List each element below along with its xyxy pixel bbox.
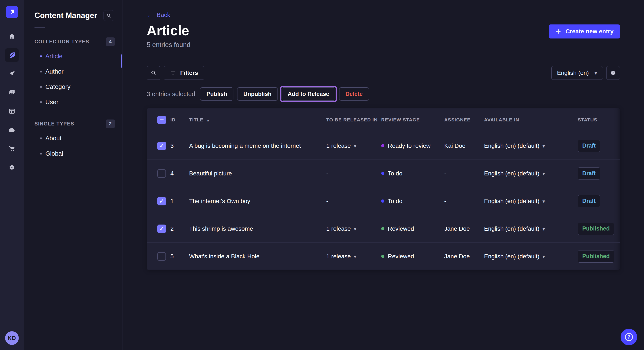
- strapi-logo[interactable]: [6, 6, 18, 18]
- sidebar-search-button[interactable]: [104, 10, 114, 21]
- table-row[interactable]: 5 What's inside a Black Hole 1 release R…: [147, 242, 620, 270]
- row-checkbox[interactable]: [158, 252, 166, 261]
- cell-available-in[interactable]: English (en) (default): [484, 143, 578, 149]
- bullet-icon: [40, 137, 42, 139]
- search-icon: [106, 13, 112, 18]
- arrow-left-icon: [147, 11, 154, 19]
- column-available-in[interactable]: AVAILABLE IN: [484, 117, 578, 123]
- cell-available-in[interactable]: English (en) (default): [484, 198, 578, 204]
- cell-title: This shrimp is awesome: [189, 225, 326, 232]
- content-manager-sidebar: Content Manager COLLECTION TYPES 4 Artic…: [24, 0, 122, 350]
- status-badge: Published: [578, 250, 614, 263]
- question-mark-icon: [625, 333, 633, 341]
- cell-title: The internet's Own boy: [189, 198, 326, 204]
- stage-dot: [381, 144, 384, 147]
- unpublish-button[interactable]: Unpublish: [237, 87, 278, 101]
- strapi-logo-icon: [8, 8, 16, 15]
- cell-release[interactable]: 1 release: [326, 225, 381, 232]
- sidebar-item-about[interactable]: About: [24, 131, 122, 146]
- table-row[interactable]: 3 A bug is becoming a meme on the intern…: [147, 132, 620, 160]
- cell-release[interactable]: -: [326, 198, 381, 204]
- cell-release[interactable]: 1 release: [326, 253, 381, 260]
- cart-icon: [8, 145, 15, 152]
- sidebar-item-user[interactable]: User: [24, 94, 122, 110]
- cell-available-in[interactable]: English (en) (default): [484, 253, 578, 260]
- cell-id: 3: [170, 143, 189, 149]
- rail-footer: KD: [0, 326, 24, 350]
- sidebar-item-author[interactable]: Author: [24, 64, 122, 79]
- chevron-down-icon: [542, 198, 545, 204]
- nav-home[interactable]: [5, 29, 19, 43]
- user-avatar[interactable]: KD: [5, 331, 19, 345]
- status-badge: Draft: [578, 195, 600, 207]
- sidebar-title: Content Manager: [34, 11, 97, 20]
- create-new-entry-button[interactable]: Create new entry: [549, 24, 620, 38]
- publish-button[interactable]: Publish: [200, 87, 234, 101]
- section-header[interactable]: COLLECTION TYPES 4: [24, 37, 122, 46]
- bullet-icon: [40, 101, 42, 103]
- cell-review-stage: Ready to review: [381, 143, 444, 149]
- sidebar-item-category[interactable]: Category: [24, 79, 122, 94]
- locale-select[interactable]: English (en): [551, 66, 603, 80]
- table-row[interactable]: 1 The internet's Own boy - To do - Engli…: [147, 187, 620, 215]
- column-review-stage[interactable]: REVIEW STAGE: [381, 117, 444, 123]
- cell-available-in[interactable]: English (en) (default): [484, 225, 578, 232]
- nav-content-manager[interactable]: [5, 48, 19, 62]
- column-title[interactable]: TITLE: [189, 117, 326, 123]
- row-checkbox[interactable]: [158, 197, 166, 205]
- table-row[interactable]: 4 Beautiful picture - To do - English (e…: [147, 160, 620, 187]
- main-content: Back Create new entry Article 5 entries …: [122, 0, 644, 350]
- nav-deploy[interactable]: [5, 123, 19, 137]
- active-item-indicator: [121, 54, 122, 68]
- search-button[interactable]: [147, 66, 160, 80]
- table-row[interactable]: 2 This shrimp is awesome 1 release Revie…: [147, 215, 620, 242]
- stage-dot: [381, 199, 384, 203]
- column-id[interactable]: ID: [170, 117, 189, 123]
- cell-release[interactable]: -: [326, 170, 381, 177]
- column-status[interactable]: STATUS: [578, 117, 620, 123]
- back-link[interactable]: Back: [147, 11, 170, 19]
- chevron-down-icon: [354, 143, 356, 149]
- add-to-release-button[interactable]: Add to Release: [282, 87, 336, 101]
- main-nav-rail: KD: [0, 0, 24, 350]
- home-icon: [8, 33, 15, 40]
- sidebar-item-article[interactable]: Article: [24, 48, 122, 64]
- table-header-row: ID TITLE TO BE RELEASED IN REVIEW STAGE …: [147, 108, 620, 132]
- chevron-down-icon: [542, 225, 545, 232]
- cell-status: Draft: [578, 167, 620, 180]
- cell-assignee: -: [444, 198, 484, 204]
- column-assignee[interactable]: ASSIGNEE: [444, 117, 484, 123]
- help-button[interactable]: [620, 329, 637, 345]
- sidebar-item-global[interactable]: Global: [24, 146, 122, 161]
- cell-release[interactable]: 1 release: [326, 143, 381, 149]
- filters-button[interactable]: Filters: [164, 66, 204, 80]
- bullet-icon: [40, 55, 42, 57]
- stage-dot: [381, 227, 384, 230]
- nav-marketplace[interactable]: [5, 142, 19, 156]
- search-icon: [150, 70, 157, 76]
- cell-review-stage: Reviewed: [381, 253, 444, 260]
- cell-available-in[interactable]: English (en) (default): [484, 170, 578, 177]
- selection-bar: 3 entries selected Publish Unpublish Add…: [147, 87, 620, 101]
- cell-review-stage: To do: [381, 198, 444, 204]
- cell-assignee: Jane Doe: [444, 225, 484, 232]
- section-label: COLLECTION TYPES: [34, 39, 89, 45]
- nav-content-type-builder[interactable]: [5, 104, 19, 118]
- chevron-down-icon: [594, 70, 597, 76]
- view-settings-button[interactable]: [606, 66, 620, 80]
- cell-id: 4: [170, 170, 189, 177]
- delete-button[interactable]: Delete: [339, 87, 369, 101]
- nav-settings[interactable]: [5, 161, 19, 174]
- entries-count: 5 entries found: [147, 41, 620, 49]
- column-to-be-released-in[interactable]: TO BE RELEASED IN: [326, 117, 381, 123]
- selection-count: 3 entries selected: [147, 91, 195, 98]
- select-all-checkbox[interactable]: [158, 116, 166, 124]
- nav-releases[interactable]: [5, 67, 19, 81]
- nav-media-library[interactable]: [5, 86, 19, 99]
- row-checkbox[interactable]: [158, 169, 166, 178]
- row-checkbox[interactable]: [158, 142, 166, 150]
- section-header[interactable]: SINGLE TYPES 2: [24, 119, 122, 128]
- feather-icon: [8, 51, 16, 59]
- row-checkbox[interactable]: [158, 224, 166, 233]
- cell-review-stage: Reviewed: [381, 225, 444, 232]
